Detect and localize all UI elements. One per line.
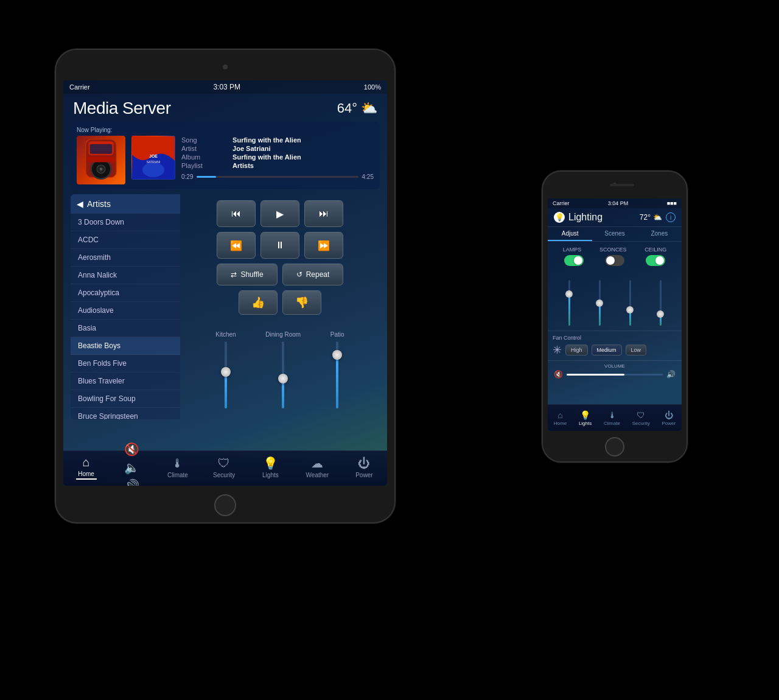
security-label: Security: [213, 472, 235, 478]
phone-tab-power[interactable]: ⏻ Power: [662, 410, 676, 426]
fan-low-button[interactable]: Low: [626, 345, 647, 355]
lamps-slider[interactable]: [568, 280, 570, 326]
artist-item[interactable]: Aerosmith: [71, 249, 180, 267]
artist-item[interactable]: Audioslave: [71, 302, 180, 320]
album-art: JOE SATRIANI: [131, 136, 175, 180]
play-button[interactable]: ▶: [260, 200, 299, 227]
phone-home-icon: ⌂: [557, 410, 562, 420]
ceiling-knob-slider[interactable]: [657, 310, 664, 318]
pause-button[interactable]: ⏸: [260, 232, 299, 259]
sconces-knob-slider[interactable]: [596, 299, 603, 307]
phone-climate-icon: 🌡: [608, 410, 617, 420]
tab-home[interactable]: ⌂ Home: [71, 453, 102, 482]
artist-item[interactable]: Ben Folds Five: [71, 355, 180, 373]
phone-tab-security[interactable]: 🛡 Security: [632, 410, 650, 426]
fast-forward-button[interactable]: ⏩: [304, 232, 343, 259]
progress-fill: [197, 176, 216, 178]
vol-up-icon[interactable]: 🔊: [124, 478, 139, 486]
mute-icon[interactable]: 🔇: [124, 442, 139, 457]
phone-sliders: [554, 271, 676, 326]
kitchen-knob[interactable]: [221, 367, 231, 377]
artist-item-beastie-boys[interactable]: Beastie Boys: [71, 337, 180, 355]
back-arrow-icon[interactable]: ◀: [77, 199, 83, 209]
tab-climate[interactable]: 🌡 Climate: [162, 454, 193, 481]
sconces-zone-label: SCONCES: [599, 247, 627, 253]
fan-control-section: Fan Control ✳ High Medium Low: [548, 331, 682, 360]
lamps-knob-slider[interactable]: [565, 290, 573, 298]
tab-scenes[interactable]: Scenes: [592, 227, 637, 241]
shuffle-button[interactable]: ⇄ Shuffle: [217, 264, 278, 285]
svg-text:SATRIANI: SATRIANI: [147, 160, 161, 164]
repeat-label: Repeat: [306, 270, 330, 279]
vol-mute-icon[interactable]: 🔇: [554, 370, 563, 379]
tab-adjust[interactable]: Adjust: [548, 227, 592, 241]
tablet-tabbar: ⌂ Home 🔇 🔈 🔊 🌡 Climate 🛡 Security 💡 Ligh…: [63, 450, 387, 486]
patio-knob[interactable]: [332, 350, 342, 360]
fan-high-button[interactable]: High: [565, 345, 588, 355]
dining-room-slider[interactable]: [282, 341, 284, 408]
tab-zones[interactable]: Zones: [637, 227, 682, 241]
phone-screen: Carrier 3:04 PM ■■■ 💡 Lighting 72° ⛅ i A…: [548, 198, 682, 431]
progress-start: 0:29: [181, 173, 193, 180]
sconces-slider[interactable]: [599, 280, 601, 326]
skip-forward-button[interactable]: ⏭: [304, 200, 343, 227]
vol-track[interactable]: [567, 374, 663, 376]
tab-lights[interactable]: 💡 Lights: [255, 453, 285, 481]
playlist-label-key: Playlist: [181, 161, 232, 170]
skip-back-button[interactable]: ⏮: [217, 200, 256, 227]
artist-list-items: 3 Doors Down ACDC Aerosmith Anna Nalick …: [71, 214, 180, 419]
thumbs-down-button[interactable]: 👎: [282, 290, 321, 315]
artist-item[interactable]: Anna Nalick: [71, 267, 180, 284]
fan-medium-button[interactable]: Medium: [592, 345, 622, 355]
song-label-key: Song: [181, 136, 232, 144]
patio-volume-group: Patio: [330, 331, 344, 408]
phone-title: Lighting: [568, 212, 636, 223]
volume-area: Kitchen Dining Room: [189, 323, 371, 408]
tablet-header: Media Server 64° ⛅: [63, 94, 387, 122]
artist-item[interactable]: Bowling For Soup: [71, 390, 180, 408]
phone-security-label: Security: [632, 421, 650, 426]
slider-3-group: [629, 280, 631, 326]
slider-3-knob[interactable]: [626, 306, 634, 313]
svg-rect-5: [87, 156, 115, 162]
transport-row-2: ⏪ ⏸ ⏩: [189, 232, 371, 259]
patio-slider[interactable]: [336, 341, 338, 408]
phone-tab-lights[interactable]: 💡 Lights: [579, 410, 592, 426]
dining-room-knob[interactable]: [278, 374, 288, 383]
vol-max-icon[interactable]: 🔊: [666, 370, 676, 379]
tablet-home-button[interactable]: [214, 494, 236, 516]
progress-track[interactable]: [197, 176, 358, 178]
phone-tab-home[interactable]: ⌂ Home: [554, 410, 567, 426]
lamps-toggle[interactable]: [564, 255, 584, 266]
tab-weather[interactable]: ☁ Weather: [301, 453, 334, 481]
kitchen-slider[interactable]: [225, 341, 227, 408]
artist-item[interactable]: Bruce Springsteen: [71, 408, 180, 419]
info-button[interactable]: i: [666, 212, 676, 222]
sconces-toggle[interactable]: [605, 255, 624, 266]
tablet-title: Media Server: [73, 99, 171, 118]
artist-item[interactable]: Basia: [71, 320, 180, 337]
ceiling-slider[interactable]: [660, 280, 662, 326]
ceiling-zone-label: CEILING: [645, 247, 666, 253]
tablet-status-bar: Carrier 3:03 PM 100%: [63, 80, 387, 94]
artist-item[interactable]: Apocalyptica: [71, 284, 180, 302]
tab-power[interactable]: ⏻ Power: [349, 454, 379, 481]
thumbs-up-button[interactable]: 👍: [239, 290, 278, 315]
artist-item[interactable]: 3 Doors Down: [71, 214, 180, 231]
artist-item[interactable]: Blues Traveler: [71, 373, 180, 390]
temperature-label: 64°: [337, 100, 357, 116]
lights-icon: 💡: [263, 456, 278, 471]
slider-3[interactable]: [629, 280, 631, 326]
tab-security[interactable]: 🛡 Security: [208, 454, 240, 481]
phone-home-button[interactable]: [605, 437, 624, 457]
artist-item[interactable]: ACDC: [71, 231, 180, 249]
rewind-button[interactable]: ⏪: [217, 232, 256, 259]
ceiling-toggle[interactable]: [646, 255, 665, 266]
phone-tab-climate[interactable]: 🌡 Climate: [604, 410, 620, 426]
power-label: Power: [355, 472, 372, 478]
phone-battery: ■■■: [667, 200, 677, 206]
vol-down-icon[interactable]: 🔈: [124, 460, 139, 475]
repeat-button[interactable]: ↺ Repeat: [282, 264, 343, 285]
tablet-device: Carrier 3:03 PM 100% Media Server 64° ⛅ …: [55, 49, 396, 523]
phone-power-label: Power: [662, 421, 676, 426]
